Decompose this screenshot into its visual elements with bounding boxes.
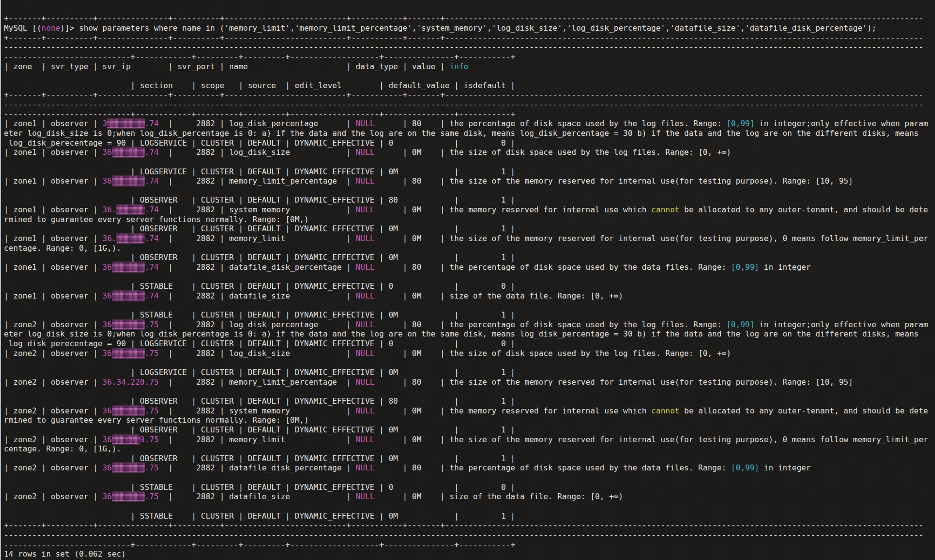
table-row-line: | LOGSERVICE | CLUSTER | DEFAULT | DYNAM…	[4, 368, 935, 377]
command-line: MySQL [(none)]> show parameters where na…	[4, 23, 935, 33]
text-segment: ------------	[135, 540, 192, 549]
text-segment: +	[220, 521, 224, 530]
text-segment: the memory reserved for internal use whi…	[449, 205, 651, 214]
table-row-line	[4, 272, 935, 282]
text-segment: | 2882 | system_memory |	[159, 406, 356, 415]
text-segment: | 2882 | datafile_size |	[159, 492, 356, 501]
text-segment: +	[4, 90, 9, 99]
text-segment: | OBSERVER | CLUSTER | DEFAULT | DYNAMIC…	[131, 224, 515, 233]
text-segment: | SSTABLE | CLUSTER | DEFAULT | DYNAMIC_…	[131, 483, 515, 492]
text-segment: | 80 |	[374, 262, 449, 272]
table-row-line: | zone1 | observer | 36 .74 | 2882 | log…	[4, 148, 935, 157]
text-segment: ---------	[196, 540, 239, 549]
text-segment: | zone1 | observer |	[4, 205, 102, 214]
text-segment: ----------------------------------------…	[445, 14, 924, 23]
table-header-line: | section | scope | source | edit_level …	[4, 81, 935, 91]
text-segment: NULL	[355, 119, 374, 128]
text-segment: +	[4, 33, 9, 42]
text-segment: | zone2 | observer |	[4, 377, 102, 387]
separator-line: ----------------------------------------…	[4, 42, 935, 52]
text-segment: -------	[408, 14, 440, 23]
text-segment: +	[220, 90, 224, 99]
text-segment: 36	[102, 320, 112, 329]
text-segment: +	[168, 521, 173, 530]
text-segment: in integer	[759, 463, 811, 472]
text-segment: ---------------	[384, 110, 454, 119]
separator-line: +-------+----------+---------------+----…	[4, 33, 935, 43]
redacted-ip	[112, 148, 145, 157]
text-segment: +	[41, 521, 46, 530]
text-segment: -------	[9, 33, 41, 42]
text-segment: size of the data file. Range: [0, +∞)	[449, 291, 623, 300]
text-segment: | zone1 | observer |	[4, 119, 102, 128]
text-segment: NULL	[355, 349, 374, 358]
text-segment: .75	[145, 492, 159, 501]
text-segment: -----------	[351, 33, 403, 42]
text-segment: centage. Range: 0, [1G,).	[4, 444, 121, 453]
text-segment: 36.	[102, 234, 116, 243]
text-segment: ---------	[196, 52, 239, 61]
text-segment: | 0M |	[374, 205, 449, 214]
text-segment: --------------------------	[224, 90, 346, 99]
text-segment: | zone1 | observer |	[4, 176, 102, 186]
text-segment: | LOGSERVICE | CLUSTER | DEFAULT | DYNAM…	[131, 368, 515, 377]
text-segment: +	[346, 33, 351, 42]
redacted-ip	[112, 406, 145, 415]
text-segment: +	[510, 110, 515, 119]
redacted-ip	[112, 349, 145, 358]
text-segment: | 2882 | system_memory |	[159, 205, 356, 214]
table-row-line: | OBSERVER | CLUSTER | DEFAULT | DYNAMIC…	[4, 396, 935, 406]
text-segment: show parameters where name in ('memory_l…	[79, 23, 877, 33]
text-segment	[4, 425, 131, 434]
text-segment: 36	[102, 291, 112, 300]
text-segment: .74	[145, 205, 159, 214]
text-segment: +	[440, 33, 445, 42]
table-row-line: | zone2 | observer | 36 .75 | 2882 | log…	[4, 349, 935, 358]
redacted-ip	[116, 234, 145, 243]
text-segment: be allocated to any outer-tenant, and sh…	[679, 406, 928, 415]
text-segment: +	[220, 14, 224, 23]
text-segment: +	[239, 540, 243, 549]
table-row-line: log_disk_perecentage = 90 | LOGSERVICE |…	[4, 138, 935, 148]
redacted-ip	[112, 176, 145, 186]
text-segment	[4, 167, 131, 176]
text-segment: | zone2 | observer |	[4, 320, 102, 329]
text-segment: in integer;only effective when param	[754, 320, 928, 329]
text-segment: | zone1 | observer |	[4, 291, 102, 300]
text-segment: the percentage of disk space used by the…	[449, 262, 731, 272]
text-segment: cannot	[651, 205, 679, 214]
table-row-line	[4, 387, 935, 396]
table-row-line	[4, 502, 935, 511]
text-segment: 36	[102, 262, 112, 272]
text-segment: ----------	[46, 33, 93, 42]
text-segment: +	[168, 14, 173, 23]
text-segment: | SSTABLE | CLUSTER | DEFAULT | DYNAMIC_…	[131, 511, 515, 521]
text-segment: | section | scope | source | edit_level …	[131, 81, 515, 90]
text-segment: .74	[145, 291, 159, 300]
text-segment: centage. Range: 0, [1G,).	[4, 243, 121, 253]
text-segment: +	[220, 33, 224, 42]
text-segment: +	[440, 521, 445, 530]
text-segment: size of the data file. Range: [0, +∞)	[449, 492, 623, 501]
redacted-ip	[116, 205, 145, 214]
text-segment: +	[285, 540, 290, 549]
terminal[interactable]: +-------+----------+---------------+----…	[0, 0, 935, 560]
text-segment: | zone1 | observer |	[4, 148, 102, 157]
text-segment: ----------	[173, 33, 220, 42]
text-segment	[4, 195, 131, 205]
table-row-line: | OBSERVER | CLUSTER | DEFAULT | DYNAMIC…	[4, 454, 935, 464]
text-segment: -------------------	[290, 540, 379, 549]
text-segment: eter log_disk_size is 0;when log_disk_pe…	[4, 329, 918, 338]
text-segment: ---------------	[384, 540, 454, 549]
text-segment: | zone2 | observer |	[4, 406, 102, 415]
redacted-ip	[112, 435, 140, 444]
text-segment: -------	[408, 90, 440, 99]
text-segment: rmined to guarantee every server functio…	[4, 215, 309, 224]
text-segment: log_disk_perecentage = 90	[4, 339, 131, 348]
text-segment: ----------------------------------------…	[4, 530, 923, 540]
table-header-line: | zone | svr_type | svr_ip | svr_port | …	[4, 62, 935, 72]
text-segment: +	[41, 33, 46, 42]
text-segment: [0,99]	[731, 262, 759, 272]
text-segment: .75	[145, 349, 159, 358]
text-segment: ---------------	[98, 90, 168, 99]
